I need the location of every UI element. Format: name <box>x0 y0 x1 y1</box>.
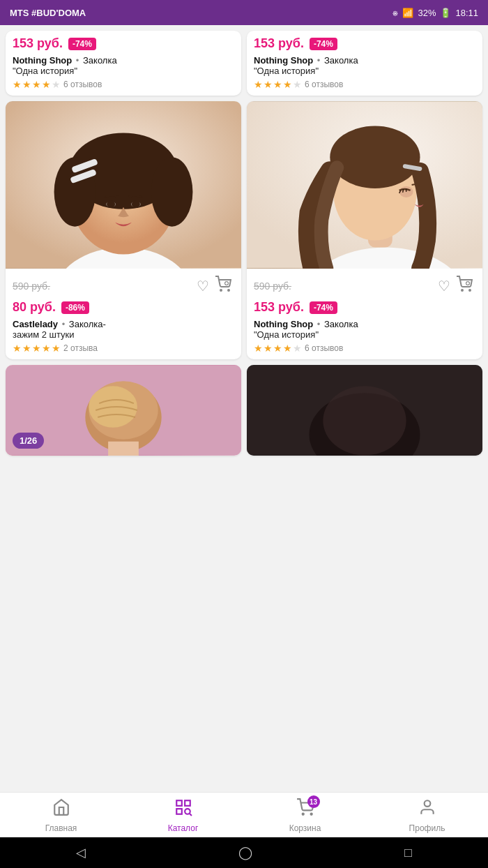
seller-line-2: Nothing Shop • Заколка <box>247 54 482 66</box>
profile-icon <box>418 798 436 821</box>
old-price-3: 590 руб. <box>13 280 194 292</box>
seller-name-3: Castlelady <box>13 319 58 329</box>
star-3-3: ★ <box>32 343 41 354</box>
cart-icon-3 <box>215 276 231 292</box>
svg-line-45 <box>190 814 192 816</box>
star-2-3: ★ <box>273 79 282 90</box>
bluetooth-icon: ⎈ <box>392 8 398 18</box>
svg-rect-41 <box>176 800 182 806</box>
svg-point-6 <box>151 157 193 226</box>
star-4-4: ★ <box>283 343 292 354</box>
product-name-inline-4: Заколка <box>324 319 358 329</box>
price-new-1: 153 руб. <box>13 36 63 51</box>
seller-name-1: Nothing Shop <box>13 55 72 66</box>
reviews-1: 6 отзывов <box>63 80 102 89</box>
product-card-4[interactable]: 590 руб. ♡ 153 руб. -74% Nothing Sh <box>247 101 482 359</box>
product-image-4 <box>247 101 482 269</box>
nav-label-catalog: Каталог <box>168 823 199 833</box>
star-4-3: ★ <box>273 343 282 354</box>
price-row-1: 153 руб. -74% <box>6 31 241 54</box>
cart-badge: 13 <box>307 795 320 808</box>
wishlist-btn-4[interactable]: ♡ <box>435 275 453 297</box>
nav-item-home[interactable]: Главная <box>40 798 82 833</box>
catalog-icon <box>174 798 192 821</box>
seller-name-2: Nothing Shop <box>254 55 313 66</box>
product-name-inline-2: Заколка <box>324 55 358 66</box>
battery-icon: 🔋 <box>440 8 451 18</box>
product-name-2: "Одна история" <box>247 66 482 79</box>
star-1-4: ★ <box>42 79 51 90</box>
star-2-2: ★ <box>264 79 273 90</box>
star-3-5: ★ <box>52 343 61 354</box>
star-4-5: ★ <box>293 343 302 354</box>
android-back-btn[interactable]: ◁ <box>76 845 86 860</box>
action-row-3: 590 руб. ♡ <box>6 269 241 300</box>
product-image-svg-3 <box>6 101 241 269</box>
android-recent-btn[interactable]: □ <box>404 846 412 860</box>
product-card-1-partial: 153 руб. -74% Nothing Shop • Заколка "Од… <box>6 31 241 96</box>
product-card-3[interactable]: 590 руб. ♡ 80 руб. -86% Castlelady <box>6 101 241 359</box>
seller-line-1: Nothing Shop • Заколка <box>6 54 241 66</box>
product-grid: 153 руб. -74% Nothing Shop • Заколка "Од… <box>0 25 488 461</box>
old-price-4: 590 руб. <box>254 280 435 292</box>
wishlist-btn-3[interactable]: ♡ <box>194 275 212 297</box>
star-1-1: ★ <box>13 79 22 90</box>
product-card-6-partial[interactable] <box>247 365 482 456</box>
svg-point-13 <box>220 290 222 291</box>
android-home-btn[interactable]: ◯ <box>238 845 252 860</box>
reviews-3: 2 отзыва <box>63 343 98 353</box>
stars-1: ★ ★ ★ ★ ★ <box>13 79 61 90</box>
discount-badge-2: -74% <box>310 38 337 50</box>
svg-point-44 <box>185 809 190 814</box>
product-name-inline-3: Заколка- <box>69 319 106 329</box>
nav-item-profile[interactable]: Профиль <box>406 798 448 833</box>
star-3-1: ★ <box>13 343 22 354</box>
bottom-nav: Главная Каталог 13 Корзина <box>0 792 488 837</box>
star-4-1: ★ <box>254 343 263 354</box>
svg-point-12 <box>132 201 140 208</box>
discount-badge-4: -74% <box>310 301 337 314</box>
cart-btn-4[interactable] <box>453 273 475 299</box>
star-1-3: ★ <box>32 79 41 90</box>
discount-badge-1: -74% <box>68 38 96 50</box>
star-1-5: ★ <box>52 79 61 90</box>
discount-badge-3: -86% <box>61 301 89 314</box>
star-2-1: ★ <box>254 79 263 90</box>
svg-point-29 <box>469 290 471 291</box>
cart-btn-3[interactable] <box>212 273 234 299</box>
price-new-3: 80 руб. <box>13 300 56 315</box>
nav-label-cart: Корзина <box>289 823 321 833</box>
product-image-3 <box>6 101 241 269</box>
star-3-4: ★ <box>42 343 51 354</box>
new-price-row-4: 153 руб. -74% <box>247 300 482 317</box>
product-image-5: 1/26 <box>6 365 241 456</box>
image-counter-5: 1/26 <box>13 433 44 449</box>
status-bar: MTS #BUD'DOMA ⎈ 📶 32% 🔋 18:11 <box>0 0 488 25</box>
star-1-2: ★ <box>22 79 31 90</box>
seller-name-4: Nothing Shop <box>254 319 313 329</box>
reviews-2: 6 отзывов <box>305 80 343 89</box>
nav-item-cart[interactable]: 13 Корзина <box>284 798 326 833</box>
stars-row-2: ★ ★ ★ ★ ★ 6 отзывов <box>247 79 482 96</box>
nav-item-catalog[interactable]: Каталог <box>162 798 204 833</box>
svg-rect-37 <box>108 442 139 456</box>
price-row-2: 153 руб. -74% <box>247 31 482 54</box>
seller-line-3: Castlelady • Заколка- <box>6 317 241 329</box>
scroll-content: 153 руб. -74% Nothing Shop • Заколка "Од… <box>0 25 488 545</box>
status-icons: ⎈ 📶 32% 🔋 18:11 <box>392 8 478 18</box>
svg-point-14 <box>228 290 229 291</box>
action-row-4: 590 руб. ♡ <box>247 269 482 300</box>
product-image-6 <box>247 365 482 456</box>
svg-line-26 <box>403 189 404 193</box>
stars-3: ★ ★ ★ ★ ★ <box>13 343 61 354</box>
stars-row-1: ★ ★ ★ ★ ★ 6 отзывов <box>6 79 241 96</box>
product-card-5-partial[interactable]: 1/26 <box>6 365 241 456</box>
nav-label-profile: Профиль <box>409 823 445 833</box>
stars-4: ★ ★ ★ ★ ★ <box>254 343 302 354</box>
svg-point-28 <box>462 290 463 291</box>
svg-point-48 <box>424 800 430 807</box>
home-icon <box>52 798 70 821</box>
stars-row-4: ★ ★ ★ ★ ★ 6 отзывов <box>247 343 482 359</box>
product-name-inline-1: Заколка <box>83 55 117 66</box>
product-name-4: "Одна история" <box>247 329 482 343</box>
